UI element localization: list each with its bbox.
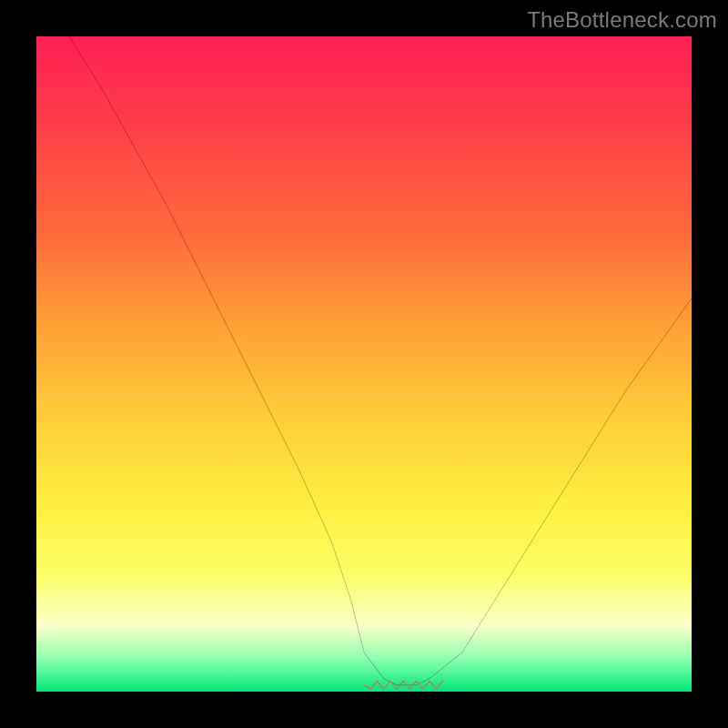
plot-area [36,36,692,692]
outer-frame: TheBottleneck.com [0,0,728,728]
watermark-text: TheBottleneck.com [527,7,717,33]
curve-layer [36,36,692,692]
bottleneck-curve [69,36,692,685]
